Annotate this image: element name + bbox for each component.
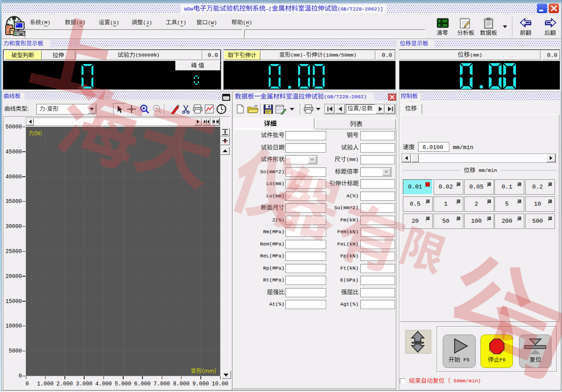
svg-text:0.00: 0.00 [438, 24, 447, 28]
svg-text:0.00: 0.00 [438, 19, 447, 24]
